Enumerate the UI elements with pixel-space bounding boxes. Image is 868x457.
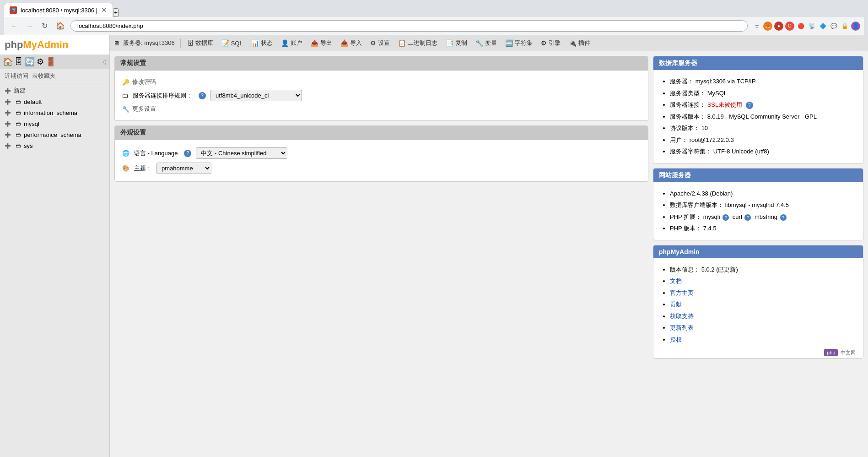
extension-icon-4[interactable]: 🔴 bbox=[796, 22, 805, 31]
mbstring-help-icon[interactable]: ? bbox=[780, 214, 787, 221]
new-db-icon: ➕ bbox=[4, 87, 12, 95]
change-password-link[interactable]: 🔑 修改密码 bbox=[122, 78, 156, 86]
web-server-item-2: PHP 扩展： mysqli ? curl ? mbstring ? bbox=[670, 211, 856, 223]
extension-icon-8[interactable]: 🔒 bbox=[840, 22, 849, 31]
language-help-icon[interactable]: ? bbox=[184, 150, 191, 157]
extension-icon-2[interactable]: ● bbox=[774, 22, 783, 31]
refresh-button[interactable]: ↻ bbox=[39, 20, 50, 32]
language-select[interactable]: 中文 - Chinese simplified bbox=[196, 147, 287, 159]
toolbar-copy-button[interactable]: 📑 复制 bbox=[442, 37, 471, 49]
toolbar-engines-button[interactable]: ⚙ 引擎 bbox=[537, 37, 564, 49]
active-tab[interactable]: 🐬 localhost:8080 / mysql:3306 | ✕ bbox=[4, 3, 113, 17]
import-btn-label: 导入 bbox=[350, 39, 362, 47]
db-item-sys[interactable]: ➕ 🗃 sys bbox=[0, 140, 109, 151]
web-server-label-3: PHP 版本： bbox=[670, 225, 701, 232]
extension-icon-3[interactable]: O bbox=[785, 22, 794, 31]
address-bar[interactable] bbox=[70, 20, 748, 32]
db-server-value-6: UTF-8 Unicode (utf8) bbox=[713, 148, 769, 155]
web-server-header: 网站服务器 bbox=[653, 169, 863, 182]
tab-close-button[interactable]: ✕ bbox=[101, 6, 107, 14]
appearance-settings-header: 外观设置 bbox=[115, 126, 648, 140]
settings-btn-label: 设置 bbox=[378, 39, 390, 47]
more-settings-link[interactable]: 🔧 更多设置 bbox=[122, 105, 156, 113]
toolbar-sql-button[interactable]: 📝 SQL bbox=[218, 38, 247, 49]
db-expand-icon-2: ➕ bbox=[4, 109, 12, 117]
extension-icon-1[interactable]: 🦊 bbox=[763, 22, 772, 31]
toolbar-plugins-button[interactable]: 🔌 插件 bbox=[565, 37, 594, 49]
favorites-link[interactable]: 表收藏夹 bbox=[32, 72, 56, 80]
database-list: ➕ 新建 ➕ 🗃 default ➕ 🗃 information_schema … bbox=[0, 83, 109, 153]
server-label: 服务器: mysql:3306 bbox=[120, 39, 178, 47]
curl-help-icon[interactable]: ? bbox=[744, 214, 751, 221]
sidebar: phpMyAdmin 🏠 🗄 🔄 ⚙ 🚪 ⟨⟩ 近期访问 表收藏夹 ➕ 新建 ➕… bbox=[0, 35, 110, 457]
pma-homepage-link[interactable]: 官方主页 bbox=[670, 289, 694, 296]
db-toolbar-icon[interactable]: 🗄 bbox=[15, 57, 23, 67]
pma-license-link[interactable]: 授权 bbox=[670, 336, 682, 343]
web-server-value-0: Apache/2.4.38 (Debian) bbox=[670, 190, 733, 197]
pma-changelog-link[interactable]: 更新列表 bbox=[670, 324, 694, 331]
collation-select[interactable]: utf8mb4_unicode_ci bbox=[210, 90, 302, 101]
home-toolbar-icon[interactable]: 🏠 bbox=[3, 57, 13, 67]
db-server-item-0: 服务器： mysql:3306 via TCP/IP bbox=[670, 76, 856, 87]
theme-select[interactable]: pmahomme bbox=[156, 163, 211, 174]
account-icon: 👤 bbox=[281, 39, 289, 47]
main-content: 🖥 服务器: mysql:3306 🗄 数据库 📝 SQL 📊 状态 👤 账户 … bbox=[110, 35, 868, 457]
pma-contribute-link[interactable]: 贡献 bbox=[670, 301, 682, 308]
extension-icon-6[interactable]: 🔷 bbox=[818, 22, 827, 31]
db-server-list: 服务器： mysql:3306 via TCP/IP 服务器类型： MySQL … bbox=[661, 76, 856, 158]
extension-icon-5[interactable]: 📡 bbox=[807, 22, 816, 31]
db-item-performance[interactable]: ➕ 🗃 performance_schema bbox=[0, 129, 109, 140]
logo-text: phpMyAdmin bbox=[5, 39, 68, 50]
forward-button[interactable]: → bbox=[23, 20, 36, 32]
toolbar-account-button[interactable]: 👤 账户 bbox=[277, 37, 306, 49]
language-row: 🌐 语言 - Language ? 中文 - Chinese simplifie… bbox=[122, 146, 641, 161]
toolbar-status-button[interactable]: 📊 状态 bbox=[248, 37, 276, 49]
pma-docs-link[interactable]: 文档 bbox=[670, 277, 682, 284]
back-button[interactable]: ← bbox=[8, 20, 21, 32]
export-btn-label: 导出 bbox=[320, 39, 332, 47]
import-icon: 📥 bbox=[340, 39, 348, 47]
web-server-item-1: 数据库客户端版本： libmysql - mysqlnd 7.4.5 bbox=[670, 199, 856, 211]
db-server-label-4: 协议版本： bbox=[670, 125, 700, 131]
logout-toolbar-icon[interactable]: 🚪 bbox=[46, 57, 56, 67]
toolbar-import-button[interactable]: 📥 导入 bbox=[337, 37, 366, 49]
new-database-item[interactable]: ➕ 新建 bbox=[0, 85, 109, 96]
settings-toolbar-icon[interactable]: ⚙ bbox=[37, 57, 44, 67]
browser-toolbar-icons: ☆ 🦊 ● O 🔴 📡 🔷 💬 🔒 👤 bbox=[752, 22, 860, 31]
pma-support-link[interactable]: 获取支持 bbox=[670, 313, 694, 320]
db-server-label-1: 服务器类型： bbox=[670, 90, 706, 97]
recent-visits-link[interactable]: 近期访问 bbox=[5, 72, 28, 80]
toolbar-vars-button[interactable]: 🔧 变量 bbox=[472, 37, 501, 49]
web-server-title: 网站服务器 bbox=[659, 171, 691, 179]
db-item-information-schema[interactable]: ➕ 🗃 information_schema bbox=[0, 107, 109, 118]
db-server-value-5: root@172.22.0.3 bbox=[690, 136, 734, 143]
engines-btn-label: 引擎 bbox=[549, 39, 561, 47]
pma-label-0: 版本信息： bbox=[670, 266, 700, 273]
home-button[interactable]: 🏠 bbox=[53, 20, 68, 32]
toolbar-database-button[interactable]: 🗄 数据库 bbox=[183, 37, 217, 49]
toolbar-settings-button[interactable]: ⚙ 设置 bbox=[367, 37, 394, 49]
db-server-value-0: mysql:3306 via TCP/IP bbox=[695, 78, 756, 85]
db-expand-icon: ➕ bbox=[4, 98, 12, 106]
page-body: 常规设置 🔑 修改密码 🗃 服务器连接排序规则： ? bbox=[110, 51, 868, 457]
web-server-item-3: PHP 版本： 7.4.5 bbox=[670, 223, 856, 234]
new-tab-button[interactable]: + bbox=[113, 8, 119, 17]
refresh-toolbar-icon[interactable]: 🔄 bbox=[25, 57, 35, 67]
bookmark-icon[interactable]: ☆ bbox=[752, 22, 761, 31]
db-name-performance: performance_schema bbox=[24, 131, 81, 138]
db-item-default[interactable]: ➕ 🗃 default bbox=[0, 96, 109, 107]
extension-icon-7[interactable]: 💬 bbox=[829, 22, 838, 31]
profile-icon[interactable]: 👤 bbox=[851, 22, 860, 31]
db-item-mysql[interactable]: ➕ 🗃 mysql bbox=[0, 118, 109, 129]
toolbar-binlog-button[interactable]: 📋 二进制日志 bbox=[394, 37, 441, 49]
pma-value-0: 5.0.2 (已更新) bbox=[701, 266, 738, 273]
collapse-sidebar-button[interactable]: ⟨⟩ bbox=[103, 59, 107, 65]
web-server-item-0: Apache/2.4.38 (Debian) bbox=[670, 188, 856, 200]
toolbar-export-button[interactable]: 📤 导出 bbox=[307, 37, 336, 49]
mysqli-help-icon[interactable]: ? bbox=[722, 214, 729, 221]
web-server-value-2: mysqli bbox=[703, 213, 720, 220]
toolbar-charset-button[interactable]: 🔤 字符集 bbox=[501, 37, 536, 49]
pma-item-5: 更新列表 bbox=[670, 322, 856, 334]
ssl-help-icon[interactable]: ? bbox=[746, 102, 753, 109]
collation-help-icon[interactable]: ? bbox=[199, 92, 206, 99]
